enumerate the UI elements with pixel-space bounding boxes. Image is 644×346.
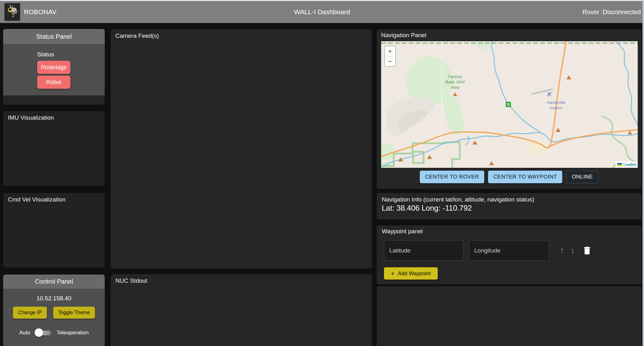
waypoint-list-panel xyxy=(377,286,641,346)
add-waypoint-label: Add Waypoint xyxy=(398,270,431,277)
camera-feeds-title: Camera Feed(s) xyxy=(111,29,372,43)
rover-connection-status: Rover :Disconnected xyxy=(582,9,641,16)
longitude-input[interactable] xyxy=(469,240,549,261)
toggle-theme-button[interactable]: Toggle Theme xyxy=(53,307,95,319)
plus-icon: + xyxy=(391,270,395,277)
teleoperation-mode-label: Teleoperation xyxy=(57,330,89,336)
add-waypoint-button[interactable]: + Add Waypoint xyxy=(384,267,438,280)
status-panel-body: Status Rosbridge Robot xyxy=(3,44,105,95)
leaflet-map[interactable]: Factory Butte OHV Area Hanksville Airpor… xyxy=(381,41,638,168)
map-zoom-control: + − xyxy=(384,46,396,67)
center-to-rover-button[interactable]: CENTER TO ROVER xyxy=(420,171,485,183)
factory-butte-area-label: Factory Butte OHV Area xyxy=(442,74,468,90)
nuc-stdout-title: NUC Stdout xyxy=(111,274,372,287)
online-mode-button[interactable]: ONLINE xyxy=(566,171,598,183)
cmd-vel-visualization-panel: Cmd Vel Visualization xyxy=(3,193,105,268)
status-panel: Status Panel Status Rosbridge Robot xyxy=(3,29,105,105)
waypoint-panel: Waypoint panel ↑ ↓ + Add Waypoint xyxy=(377,225,641,284)
robot-status-button[interactable]: Robot xyxy=(37,76,70,89)
cmd-vel-panel-title: Cmd Vel Visualization xyxy=(3,193,105,206)
current-coordinates: Lat: 38.406 Long: -110.792 xyxy=(377,203,641,213)
waypoint-panel-title: Waypoint panel xyxy=(377,225,641,237)
drive-mode-toggle[interactable] xyxy=(35,329,52,337)
ukraine-flag-icon xyxy=(617,163,622,166)
auto-mode-label: Auto xyxy=(19,330,30,336)
imu-visualization-panel: IMU Visualization xyxy=(3,111,105,186)
zoom-in-button[interactable]: + xyxy=(385,46,395,56)
status-label: Status xyxy=(37,51,105,58)
move-waypoint-down-icon[interactable]: ↓ xyxy=(567,246,578,255)
navigation-info-panel: Navigation Info (current lat/lon, altitu… xyxy=(377,193,641,219)
leaflet-link[interactable]: Leaflet xyxy=(623,162,636,167)
camera-feeds-panel: Camera Feed(s) xyxy=(111,29,372,269)
hanksville-airport-label: Hanksville Airport xyxy=(543,100,569,111)
rosbridge-status-button[interactable]: Rosbridge xyxy=(37,61,70,74)
navigation-panel: Navigation Panel xyxy=(377,29,641,189)
toggle-thumb[interactable] xyxy=(35,328,43,337)
rover-map-marker[interactable]: R xyxy=(506,102,511,107)
latitude-input[interactable] xyxy=(384,240,464,261)
control-panel-body: 10.52.158.40 Change IP Toggle Theme Auto… xyxy=(3,289,105,346)
page-title: WALL-I Dashboard xyxy=(0,8,644,16)
delete-waypoint-button[interactable] xyxy=(582,247,592,255)
change-ip-button[interactable]: Change IP xyxy=(13,307,47,319)
map-attribution: Leaflet xyxy=(616,161,638,168)
control-panel: Control Panel 10.52.158.40 Change IP Tog… xyxy=(3,275,105,346)
app-header: ROBONAV WALL-I Dashboard Rover :Disconne… xyxy=(0,1,644,23)
control-panel-header: Control Panel xyxy=(3,275,105,289)
trash-icon xyxy=(584,247,591,255)
status-panel-header: Status Panel xyxy=(3,29,105,44)
move-waypoint-up-icon[interactable]: ↑ xyxy=(557,246,567,255)
rover-ip-address: 10.52.158.40 xyxy=(3,295,105,302)
zoom-out-button[interactable]: − xyxy=(385,56,395,66)
page-scrollbar[interactable] xyxy=(642,0,644,346)
imu-panel-title: IMU Visualization xyxy=(3,111,105,124)
navigation-info-title: Navigation Info (current lat/lon, altitu… xyxy=(377,193,641,203)
wall-i-dashboard: ROBONAV WALL-I Dashboard Rover :Disconne… xyxy=(0,0,644,346)
navigation-panel-title: Navigation Panel xyxy=(377,29,641,41)
nuc-stdout-panel: NUC Stdout xyxy=(111,274,372,346)
center-to-waypoint-button[interactable]: CENTER TO WAYPOINT xyxy=(488,171,562,183)
